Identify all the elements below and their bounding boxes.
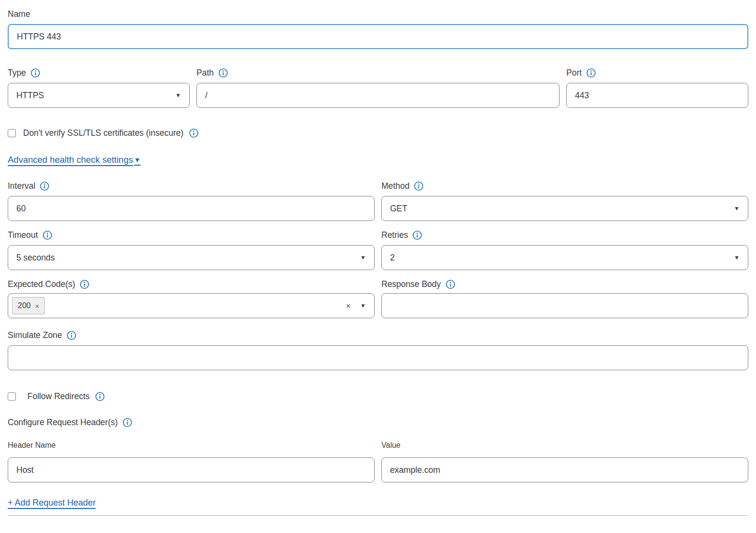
path-field-group: Path	[196, 67, 560, 108]
retries-label: Retries	[381, 230, 408, 240]
request-header-row: Header Name Value	[8, 441, 748, 482]
info-icon[interactable]	[42, 230, 52, 240]
retries-select[interactable]: 2 ▼	[381, 245, 748, 270]
timeout-retries-row: Timeout 5 seconds ▼ Retries 2 ▼	[8, 230, 748, 270]
header-name-label: Header Name	[8, 441, 375, 450]
caret-down-icon: ▼	[734, 206, 740, 211]
header-name-input[interactable]	[8, 457, 375, 482]
type-select[interactable]: HTTPS ▼	[8, 83, 190, 108]
info-icon[interactable]	[189, 128, 199, 138]
info-icon[interactable]	[79, 279, 90, 289]
type-field-group: Type HTTPS ▼	[8, 67, 190, 108]
expected-codes-field-group: Expected Code(s) 200 × × ▼	[8, 279, 375, 318]
caret-down-icon: ▼	[360, 255, 366, 260]
name-label-text: Name	[8, 9, 30, 19]
follow-redirects-row: Follow Redirects	[8, 391, 748, 402]
path-input[interactable]	[196, 83, 560, 108]
info-icon[interactable]	[95, 391, 105, 402]
codes-body-row: Expected Code(s) 200 × × ▼ Response Body	[8, 279, 748, 318]
response-body-input[interactable]	[381, 293, 748, 318]
interval-method-row: Interval Method GET ▼	[8, 181, 748, 221]
advanced-settings-row: Advanced health check settings▼	[8, 155, 748, 165]
advanced-settings-link-text: Advanced health check settings	[8, 155, 133, 165]
ssl-verify-label: Don't verify SSL/TLS certificates (insec…	[23, 128, 183, 138]
section-divider	[8, 515, 748, 516]
info-icon[interactable]	[122, 417, 132, 428]
add-request-header-link[interactable]: + Add Request Header	[8, 498, 96, 507]
method-select[interactable]: GET ▼	[381, 196, 748, 221]
method-field-group: Method GET ▼	[381, 181, 748, 221]
code-tag: 200 ×	[12, 297, 45, 314]
ssl-verify-checkbox[interactable]	[8, 129, 16, 137]
clear-all-icon[interactable]: ×	[346, 302, 351, 310]
method-label: Method	[381, 181, 409, 191]
simulate-zone-label: Simulate Zone	[8, 330, 62, 340]
ssl-verify-checkbox-row: Don't verify SSL/TLS certificates (insec…	[8, 128, 748, 138]
timeout-label: Timeout	[8, 230, 38, 240]
expected-codes-multiselect[interactable]: 200 × × ▼	[8, 293, 375, 318]
retries-field-group: Retries 2 ▼	[381, 230, 748, 270]
caret-down-icon: ▼	[175, 92, 181, 98]
info-icon[interactable]	[412, 230, 422, 240]
type-label: Type	[8, 67, 26, 78]
info-icon[interactable]	[39, 181, 50, 191]
port-input[interactable]	[566, 83, 748, 108]
request-headers-title: Configure Request Header(s)	[8, 417, 118, 428]
info-icon[interactable]	[30, 68, 40, 78]
header-value-field-group: Value	[381, 441, 748, 482]
request-headers-section-label: Configure Request Header(s)	[8, 417, 748, 428]
interval-input[interactable]	[8, 196, 375, 221]
caret-down-icon: ▼	[734, 255, 740, 260]
method-select-value: GET	[390, 204, 407, 214]
info-icon[interactable]	[218, 68, 228, 78]
header-value-label: Value	[381, 441, 748, 450]
caret-down-icon: ▼	[134, 156, 141, 164]
path-label: Path	[196, 67, 214, 78]
port-label: Port	[566, 67, 582, 78]
info-icon[interactable]	[445, 279, 456, 289]
tag-remove-icon[interactable]: ×	[35, 302, 39, 310]
name-field-group: Name	[8, 9, 748, 49]
add-request-header-row: + Add Request Header	[8, 498, 748, 508]
interval-field-group: Interval	[8, 181, 375, 221]
type-path-port-row: Type HTTPS ▼ Path Port	[8, 67, 748, 108]
response-body-field-group: Response Body	[381, 279, 748, 318]
code-tag-text: 200	[18, 301, 31, 310]
expected-codes-label: Expected Code(s)	[8, 279, 75, 289]
multiselect-controls: × ▼	[346, 302, 366, 310]
simulate-zone-field-group: Simulate Zone	[8, 330, 748, 370]
header-name-field-group: Header Name	[8, 441, 375, 482]
name-label: Name	[8, 9, 748, 19]
timeout-select[interactable]: 5 seconds ▼	[8, 245, 375, 270]
type-select-value: HTTPS	[16, 91, 44, 101]
health-check-form: Name Type HTTPS ▼ Path	[0, 0, 756, 516]
simulate-zone-input[interactable]	[8, 345, 748, 370]
retries-select-value: 2	[390, 253, 395, 263]
port-field-group: Port	[566, 67, 748, 108]
info-icon[interactable]	[66, 330, 77, 340]
follow-redirects-label: Follow Redirects	[27, 391, 90, 402]
info-icon[interactable]	[414, 181, 424, 191]
name-input[interactable]	[8, 24, 748, 49]
interval-label: Interval	[8, 181, 35, 191]
info-icon[interactable]	[586, 68, 596, 78]
header-value-input[interactable]	[381, 457, 748, 482]
caret-down-icon[interactable]: ▼	[360, 303, 366, 309]
timeout-select-value: 5 seconds	[16, 253, 55, 263]
advanced-settings-link[interactable]: Advanced health check settings▼	[8, 155, 141, 165]
response-body-label: Response Body	[381, 279, 441, 289]
follow-redirects-checkbox[interactable]	[8, 392, 16, 401]
timeout-field-group: Timeout 5 seconds ▼	[8, 230, 375, 270]
